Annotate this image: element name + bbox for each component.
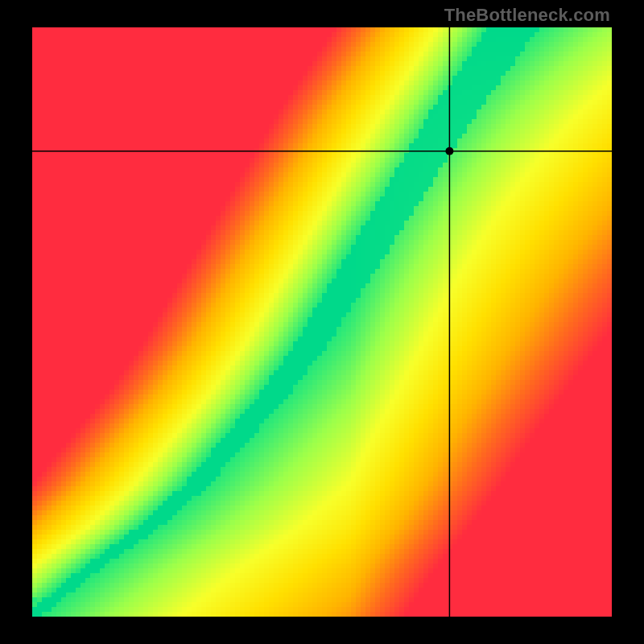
chart-frame: TheBottleneck.com (0, 0, 644, 644)
crosshair-overlay (32, 27, 612, 617)
watermark-text: TheBottleneck.com (444, 5, 610, 26)
